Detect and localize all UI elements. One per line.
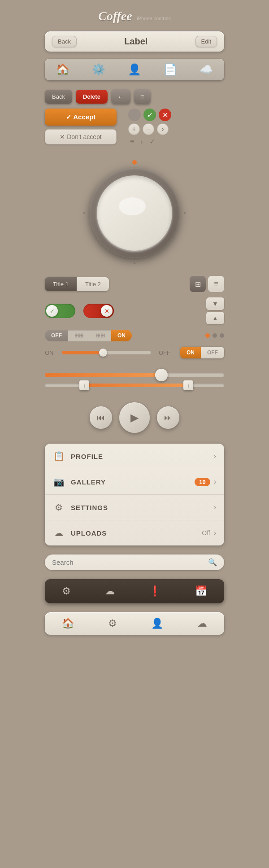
app-title: Coffee iPhone controls <box>98 9 171 23</box>
slider-fill-1 <box>45 373 161 377</box>
dark-calendar-icon[interactable]: 📅 <box>195 585 207 597</box>
gallery-icon: 📷 <box>53 476 65 487</box>
dark-tab-bar: ⚙ ☁ ❗ 📅 <box>45 579 224 603</box>
segment-title2[interactable]: Title 2 <box>77 277 109 291</box>
minus-icon[interactable]: − <box>143 123 154 135</box>
off-label: OFF <box>159 349 170 356</box>
back-btn[interactable]: Back <box>45 90 72 104</box>
view-toggle: ⊞ ≡ <box>190 276 224 292</box>
search-bar: 🔍 <box>45 554 224 570</box>
accept-btns: ✓ Accept ✕ Don't accept <box>45 109 117 144</box>
offon-row: OFF ⊞⊞ ⊞⊞ ON <box>45 330 224 341</box>
home-tab-icon[interactable]: 🏠 <box>56 63 69 76</box>
dont-accept-btn[interactable]: ✕ Don't accept <box>45 129 117 144</box>
dark-cloud-icon[interactable]: ☁ <box>105 585 115 597</box>
search-input[interactable] <box>52 558 208 566</box>
search-icon[interactable]: 🔍 <box>208 558 217 567</box>
off-btn-1[interactable]: OFF <box>45 330 68 341</box>
controls-row-1: Back Delete ← ≡ <box>45 89 224 104</box>
range-fill <box>84 384 188 387</box>
arrow-left-btn[interactable]: ← <box>111 89 130 104</box>
bottom-cloud-icon[interactable]: ☁ <box>197 618 207 629</box>
slider-handle-1[interactable] <box>155 369 168 381</box>
menu-item-profile[interactable]: 📋 PROFILE › <box>45 444 224 469</box>
arrow-down-btn[interactable]: ▼ <box>206 297 224 310</box>
delete-btn[interactable]: Delete <box>76 90 108 104</box>
knob-inner <box>97 175 172 251</box>
dot-1 <box>205 333 210 338</box>
list-view-btn[interactable]: ≡ <box>208 276 224 292</box>
seg-off-btn[interactable]: OFF <box>201 347 224 358</box>
toggle-red[interactable]: ✕ <box>83 304 114 318</box>
app-name: Coffee <box>98 9 132 23</box>
controls-section: Back Delete ← ≡ ✓ Accept ✕ Don't accept … <box>45 89 224 146</box>
uploads-value: Off <box>202 529 210 537</box>
icon-row-3: ≡ › ✓ <box>128 137 171 146</box>
toggle-green[interactable]: ✓ <box>45 304 75 318</box>
user-tab-icon[interactable]: 👤 <box>128 63 141 76</box>
arrow-up-btn[interactable]: ▲ <box>206 312 224 324</box>
dark-gear-icon[interactable]: ⚙ <box>62 585 71 597</box>
slider-toggle-row: ON OFF ON OFF <box>45 347 224 358</box>
slider-track-small[interactable] <box>62 351 151 354</box>
toggle-thumb-red: ✕ <box>101 305 113 317</box>
dark-alert-icon[interactable]: ❗ <box>149 585 161 597</box>
segment-row: Title 1 Title 2 ⊞ ≡ <box>45 276 224 292</box>
range-slider[interactable] <box>45 384 224 387</box>
seg-onoff: ON OFF <box>180 347 224 358</box>
uploads-label: UPLOADS <box>71 529 202 537</box>
settings-tab-icon[interactable]: ⚙️ <box>92 63 105 76</box>
bottom-home-icon[interactable]: 🏠 <box>62 618 74 629</box>
search-section: 🔍 <box>45 554 224 570</box>
toggle-thumb-green: ✓ <box>46 305 58 317</box>
cloud-tab-icon[interactable]: ☁️ <box>200 63 213 76</box>
menu-item-uploads[interactable]: ☁ UPLOADS Off › <box>45 520 224 545</box>
icon-row-1: ✓ ✕ <box>128 109 171 121</box>
on2-btn-1[interactable]: ON <box>111 330 132 341</box>
dot-2 <box>213 333 217 338</box>
media-player: ⏮ ▶ ⏭ <box>45 402 224 433</box>
on-btn-1[interactable]: ⊞⊞ <box>68 330 90 341</box>
chevron-right-icon[interactable]: › <box>157 123 169 135</box>
back-button[interactable]: Back <box>52 36 77 47</box>
list-icon: ≡ <box>130 138 134 146</box>
uploads-arrow-icon: › <box>214 529 216 537</box>
edit-button[interactable]: Edit <box>195 36 217 47</box>
mid-btn-1[interactable]: ⊞⊞ <box>90 330 111 341</box>
accept-btn[interactable]: ✓ Accept <box>45 109 117 126</box>
menu-item-settings[interactable]: ⚙ SETTINGS › <box>45 495 224 520</box>
full-slider-1[interactable] <box>45 373 224 377</box>
prev-btn[interactable]: ⏮ <box>90 406 112 429</box>
grey-circle-icon[interactable] <box>128 109 141 121</box>
nav-title: Label <box>77 36 195 47</box>
controls-row-2: ✓ Accept ✕ Don't accept ✓ ✕ + − › ≡ › ✓ <box>45 109 224 146</box>
menu-item-gallery[interactable]: 📷 GALLERY 10 › <box>45 469 224 495</box>
settings-arrow-icon: › <box>214 503 216 511</box>
x-circle-icon[interactable]: ✕ <box>159 109 171 121</box>
check-circle-icon[interactable]: ✓ <box>143 109 156 121</box>
bottom-user-icon[interactable]: 👤 <box>151 618 163 629</box>
grid-view-btn[interactable]: ⊞ <box>190 276 206 292</box>
settings-label: SETTINGS <box>71 504 214 511</box>
widget-section: Title 1 Title 2 ⊞ ≡ ✓ ✕ ▼ ▲ OFF ⊞⊞ ⊞⊞ ON <box>45 276 224 364</box>
arrow-right-icon: › <box>140 138 143 146</box>
slider-thumb-small[interactable] <box>99 349 107 357</box>
seg-on-btn[interactable]: ON <box>180 347 201 358</box>
knob-outer[interactable] <box>90 168 179 258</box>
light-tab-bar-bottom: 🏠 ⚙ 👤 ☁ <box>45 612 224 635</box>
slider-row-1 <box>45 373 224 377</box>
slider-fill-small <box>62 351 102 354</box>
plus-icon[interactable]: + <box>128 123 140 135</box>
range-handle-left[interactable] <box>79 380 89 390</box>
next-btn[interactable]: ⏭ <box>157 406 179 429</box>
play-btn[interactable]: ▶ <box>119 402 150 433</box>
tick-right <box>184 212 186 214</box>
menu-lines-btn[interactable]: ≡ <box>134 89 151 104</box>
knob-reflection <box>119 197 146 215</box>
segment-title1[interactable]: Title 1 <box>45 277 77 291</box>
docs-tab-icon[interactable]: 📄 <box>164 63 177 76</box>
icon-row-2: + − › <box>128 123 171 135</box>
uploads-icon: ☁ <box>53 528 65 538</box>
range-handle-right[interactable] <box>183 380 193 390</box>
bottom-gear-icon[interactable]: ⚙ <box>108 618 117 629</box>
